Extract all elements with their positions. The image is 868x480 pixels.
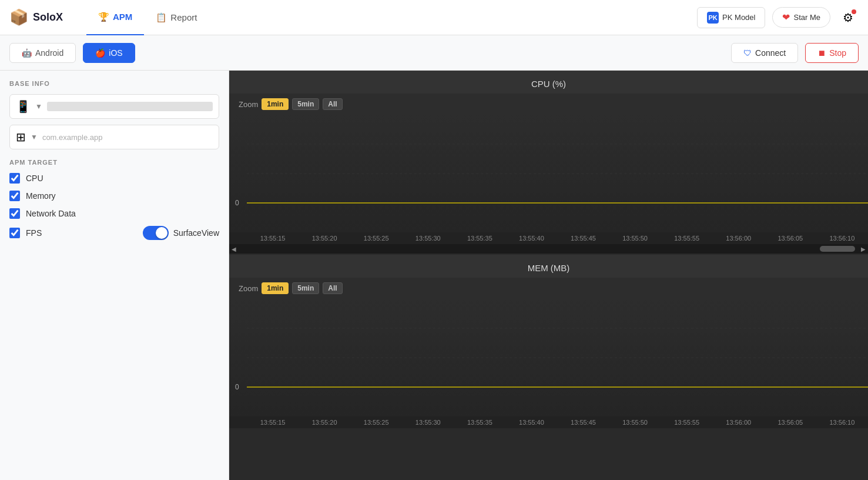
header: 📦 SoloX 🏆 APM 📋 Report PK PK Model ❤ Sta… — [0, 0, 868, 35]
app-name: SoloX — [33, 11, 63, 24]
connect-label: Connect — [755, 48, 786, 58]
smartphone-icon: 📱 — [16, 99, 31, 114]
star-label: Star Me — [793, 13, 820, 22]
mem-chart-canvas: 0 — [229, 299, 868, 416]
mem-time-11: 13:56:10 — [816, 419, 868, 426]
mem-time-7: 13:55:50 — [609, 419, 661, 426]
sidebar: BASE INFO 📱 ▼ ⊞ ▼ com.example.app APM TA… — [0, 71, 229, 480]
android-label: Android — [35, 48, 63, 58]
settings-button[interactable]: ⚙ — [837, 7, 859, 28]
mem-zoom-5min[interactable]: 5min — [292, 282, 319, 294]
stop-label: Stop — [829, 48, 846, 58]
cpu-time-10: 13:56:05 — [765, 235, 816, 242]
connect-button[interactable]: 🛡 Connect — [731, 43, 798, 63]
mem-time-0: 13:55:15 — [247, 419, 299, 426]
cpu-scrollbar-track[interactable]: ◀ ▶ — [229, 244, 868, 254]
pk-model-button[interactable]: PK PK Model — [697, 7, 765, 28]
star-me-button[interactable]: ❤ Star Me — [772, 7, 830, 28]
apple-icon: 🍎 — [95, 48, 105, 58]
mem-chart-panel: MEM (MB) Zoom 1min 5min All 0 13:55:15 1… — [229, 255, 868, 428]
cpu-time-7: 13:55:50 — [609, 235, 661, 242]
apm-section: APM TARGET CPU Memory Network Data FPS — [9, 159, 219, 240]
cpu-chart-canvas: 0 — [229, 115, 868, 232]
nav: 🏆 APM 📋 Report — [86, 0, 209, 35]
surface-view-row: SurfaceView — [143, 226, 219, 240]
cpu-time-11: 13:56:10 — [816, 235, 868, 242]
device-name-placeholder[interactable] — [47, 102, 213, 111]
ios-platform-button[interactable]: 🍎 iOS — [83, 43, 135, 63]
cpu-time-1: 13:55:20 — [299, 235, 350, 242]
apm-target-label: APM TARGET — [9, 159, 219, 166]
ios-label: iOS — [109, 48, 122, 58]
cpu-scroll-right-arrow[interactable]: ▶ — [861, 246, 866, 252]
fps-checkbox-row: FPS SurfaceView — [9, 226, 219, 240]
header-actions: PK PK Model ❤ Star Me ⚙ — [697, 7, 859, 28]
mem-time-6: 13:55:45 — [557, 419, 609, 426]
surface-view-label: SurfaceView — [173, 228, 219, 238]
cpu-label: CPU — [26, 174, 43, 183]
app-name-value: com.example.app — [42, 133, 213, 142]
cpu-time-axis: 13:55:15 13:55:20 13:55:25 13:55:30 13:5… — [229, 232, 868, 244]
cpu-time-6: 13:55:45 — [557, 235, 609, 242]
cpu-time-8: 13:55:55 — [661, 235, 713, 242]
nav-item-report[interactable]: 📋 Report — [144, 0, 209, 35]
app-dropdown-arrow[interactable]: ▼ — [31, 133, 38, 141]
memory-checkbox-row: Memory — [9, 191, 219, 201]
nav-item-apm[interactable]: 🏆 APM — [86, 0, 144, 35]
mem-time-3: 13:55:30 — [402, 419, 454, 426]
main-content: BASE INFO 📱 ▼ ⊞ ▼ com.example.app APM TA… — [0, 71, 868, 480]
chart-area: CPU (%) Zoom 1min 5min All 0 13:55:15 13… — [229, 71, 868, 480]
mem-zoom-1min[interactable]: 1min — [262, 282, 289, 294]
surface-view-toggle[interactable] — [143, 226, 169, 240]
nav-label-report: Report — [170, 12, 197, 22]
mem-time-2: 13:55:25 — [350, 419, 402, 426]
cpu-zoom-label: Zoom — [239, 100, 258, 109]
stop-button[interactable]: ⏹ Stop — [805, 43, 859, 63]
network-checkbox[interactable] — [9, 208, 20, 219]
cpu-scrollbar-thumb[interactable] — [820, 246, 855, 252]
cpu-time-9: 13:56:00 — [713, 235, 765, 242]
device-dropdown-arrow[interactable]: ▼ — [35, 102, 42, 111]
grid-icon: ⊞ — [16, 130, 26, 144]
memory-checkbox[interactable] — [9, 191, 20, 201]
android-platform-button[interactable]: 🤖 Android — [9, 43, 76, 63]
sub-header: 🤖 Android 🍎 iOS 🛡 Connect ⏹ Stop — [0, 35, 868, 71]
fps-checkbox[interactable] — [9, 228, 20, 238]
cpu-checkbox-row: CPU — [9, 173, 219, 184]
network-checkbox-row: Network Data — [9, 208, 219, 219]
stop-icon: ⏹ — [817, 48, 826, 58]
mem-time-10: 13:56:05 — [765, 419, 816, 426]
cpu-checkbox[interactable] — [9, 173, 20, 184]
pk-icon: PK — [707, 12, 719, 24]
cpu-time-0: 13:55:15 — [247, 235, 299, 242]
connect-icon: 🛡 — [743, 48, 752, 58]
logo: 📦 SoloX — [9, 8, 63, 26]
cpu-zoom-5min[interactable]: 5min — [292, 98, 319, 110]
cpu-zoom-all[interactable]: All — [323, 98, 342, 110]
report-nav-icon: 📋 — [156, 12, 167, 23]
base-info-label: BASE INFO — [9, 80, 219, 87]
logo-icon: 📦 — [9, 8, 28, 26]
mem-zoom-all[interactable]: All — [323, 282, 342, 294]
pk-model-label: PK Model — [722, 13, 755, 22]
cpu-y-zero: 0 — [235, 199, 239, 207]
mem-chart-svg — [247, 299, 868, 416]
cpu-zoom-bar: Zoom 1min 5min All — [229, 94, 868, 115]
android-icon: 🤖 — [22, 48, 32, 58]
device-select-row: 📱 ▼ — [9, 94, 219, 119]
mem-time-9: 13:56:00 — [713, 419, 765, 426]
nav-label-apm: APM — [113, 12, 132, 22]
mem-time-1: 13:55:20 — [299, 419, 350, 426]
cpu-scroll-left-arrow[interactable]: ◀ — [232, 246, 236, 252]
memory-label: Memory — [26, 191, 56, 201]
mem-time-8: 13:55:55 — [661, 419, 713, 426]
cpu-chart-svg — [247, 115, 868, 232]
fps-label: FPS — [26, 228, 42, 238]
mem-time-axis: 13:55:15 13:55:20 13:55:25 13:55:30 13:5… — [229, 416, 868, 428]
cpu-chart-title: CPU (%) — [229, 71, 868, 94]
cpu-zoom-1min[interactable]: 1min — [262, 98, 289, 110]
app-select-row: ⊞ ▼ com.example.app — [9, 125, 219, 149]
toggle-knob — [156, 227, 167, 239]
cpu-time-2: 13:55:25 — [350, 235, 402, 242]
heart-icon: ❤ — [782, 12, 790, 23]
